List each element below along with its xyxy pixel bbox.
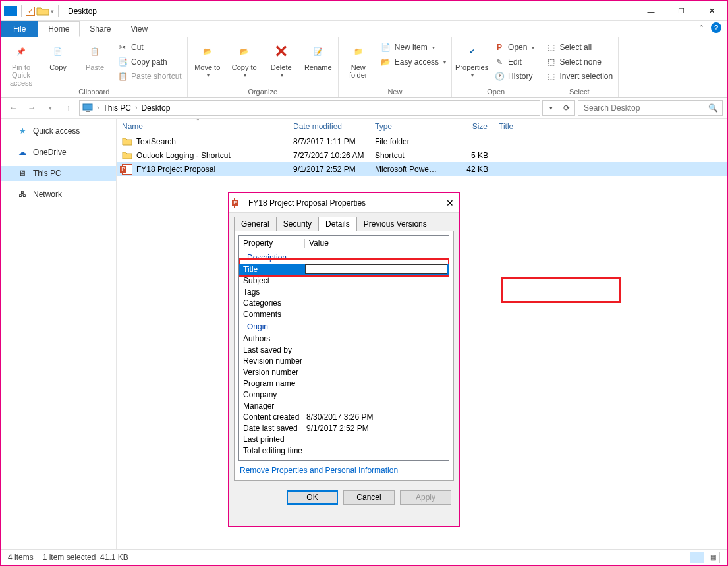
breadcrumb-root[interactable]: This PC xyxy=(103,103,131,113)
explorer-window: ✓ ▾ Desktop ― ☐ ✕ File Home Share View ⌃… xyxy=(0,0,728,566)
dialog-close-button[interactable]: ✕ xyxy=(446,198,454,208)
property-row[interactable]: Manager xyxy=(239,400,449,411)
property-name: Total editing time xyxy=(239,446,305,455)
nav-quickaccess[interactable]: ★Quick access xyxy=(1,124,116,138)
maximize-button[interactable]: ☐ xyxy=(666,1,696,21)
cancel-button[interactable]: Cancel xyxy=(343,490,395,505)
recent-dropdown[interactable]: ▾ xyxy=(42,100,58,116)
file-row[interactable]: TextSearch8/7/2017 1:11 PMFile folder xyxy=(117,134,727,148)
pin-quickaccess-button[interactable]: 📌Pin to Quick access xyxy=(5,38,37,87)
property-row[interactable]: Revision number xyxy=(239,355,449,366)
status-item-count: 4 items xyxy=(8,553,34,562)
paste-button[interactable]: 📋Paste xyxy=(79,38,111,71)
folder-icon xyxy=(122,136,132,147)
property-grid[interactable]: Property Value Description TitleSubjectT… xyxy=(238,235,449,461)
moveto-button[interactable]: 📂Move to xyxy=(192,38,223,78)
history-button[interactable]: 🕐History xyxy=(493,70,536,83)
pg-header-property[interactable]: Property xyxy=(239,239,305,248)
col-title[interactable]: Title xyxy=(493,122,615,131)
search-input[interactable] xyxy=(582,103,704,113)
file-row[interactable]: Outlook Logging - Shortcut7/27/2017 10:2… xyxy=(117,148,727,162)
property-row[interactable]: Date last saved9/1/2017 2:52 PM xyxy=(239,422,449,434)
addr-dropdown-icon[interactable]: ▾ xyxy=(543,101,559,115)
edit-button[interactable]: ✎Edit xyxy=(493,55,536,69)
rename-button[interactable]: 📝Rename xyxy=(302,38,334,71)
easyaccess-button[interactable]: 📂Easy access xyxy=(379,55,447,69)
newfolder-button[interactable]: 📁New folder xyxy=(343,38,374,79)
delete-button[interactable]: ✕Delete xyxy=(266,38,297,78)
cut-button[interactable]: ✂Cut xyxy=(116,41,183,54)
col-name[interactable]: Name xyxy=(117,122,288,131)
property-row[interactable]: Company xyxy=(239,389,449,400)
tab-file[interactable]: File xyxy=(1,21,38,37)
thumb-view-button[interactable]: ▦ xyxy=(706,552,720,563)
col-date[interactable]: Date modified xyxy=(288,122,370,131)
remove-properties-link[interactable]: Remove Properties and Personal Informati… xyxy=(238,461,449,476)
qat-properties-icon[interactable]: ✓ xyxy=(26,7,35,16)
refresh-button[interactable]: ⟳ xyxy=(559,101,574,115)
apply-button[interactable]: Apply xyxy=(400,490,451,505)
dialog-title: FY18 Project Proposal Properties xyxy=(248,198,366,208)
back-button[interactable]: ← xyxy=(5,100,21,116)
newitem-button[interactable]: 📄New item xyxy=(379,41,447,54)
breadcrumb-leaf[interactable]: Desktop xyxy=(141,103,170,113)
property-row[interactable]: Last printed xyxy=(239,434,449,445)
nav-thispc[interactable]: 🖥This PC xyxy=(1,166,116,181)
col-size[interactable]: Size xyxy=(443,122,493,131)
close-button[interactable]: ✕ xyxy=(696,1,727,21)
property-name: Date last saved xyxy=(239,424,305,433)
property-row[interactable]: Categories xyxy=(239,297,449,308)
tab-home[interactable]: Home xyxy=(38,21,80,37)
copyto-button[interactable]: 📂Copy to xyxy=(229,38,260,78)
tab-share[interactable]: Share xyxy=(80,21,121,37)
details-view-button[interactable]: ☰ xyxy=(690,552,704,563)
pg-header-value[interactable]: Value xyxy=(305,239,449,248)
tab-security[interactable]: Security xyxy=(276,217,319,231)
pasteshortcut-button[interactable]: 📋Paste shortcut xyxy=(116,70,183,83)
forward-button[interactable]: → xyxy=(24,100,40,116)
open-button[interactable]: POpen xyxy=(493,41,536,54)
qat-newfolder-icon[interactable] xyxy=(36,6,49,16)
up-button[interactable]: ↑ xyxy=(61,100,76,116)
property-row[interactable]: Last saved by xyxy=(239,344,449,355)
property-row[interactable]: Comments xyxy=(239,308,449,320)
property-row[interactable]: Content created8/30/2017 3:26 PM xyxy=(239,411,449,422)
collapse-ribbon-icon[interactable]: ⌃ xyxy=(698,24,704,32)
file-name: FY18 Project Proposal xyxy=(136,165,215,174)
nav-onedrive[interactable]: ☁OneDrive xyxy=(1,145,116,159)
properties-icon: ✔ xyxy=(461,41,482,62)
nav-network[interactable]: 🖧Network xyxy=(1,187,116,202)
network-icon: 🖧 xyxy=(17,189,28,200)
tab-details[interactable]: Details xyxy=(318,217,357,231)
file-name: TextSearch xyxy=(136,137,176,146)
copy-button[interactable]: 📄Copy xyxy=(42,38,74,71)
file-row[interactable]: FY18 Project Proposal9/1/2017 2:52 PMMic… xyxy=(117,162,727,176)
selectnone-button[interactable]: ⬚Select none xyxy=(544,55,614,69)
invert-button[interactable]: ⬚Invert selection xyxy=(544,70,614,83)
property-row[interactable]: Title xyxy=(239,264,449,275)
ok-button[interactable]: OK xyxy=(287,490,338,505)
property-row[interactable]: Authors xyxy=(239,333,449,344)
properties-button[interactable]: ✔Properties xyxy=(456,38,488,78)
tab-general[interactable]: General xyxy=(234,217,277,231)
property-row[interactable]: Subject xyxy=(239,275,449,286)
col-type[interactable]: Type xyxy=(370,122,443,131)
property-value[interactable]: 9/1/2017 2:52 PM xyxy=(305,424,449,433)
search-box[interactable]: 🔍 xyxy=(578,100,723,116)
property-value[interactable] xyxy=(305,264,447,274)
selectall-button[interactable]: ⬚Select all xyxy=(544,41,614,54)
tab-previous[interactable]: Previous Versions xyxy=(356,217,434,231)
star-icon: ★ xyxy=(17,126,28,136)
minimize-button[interactable]: ― xyxy=(636,1,666,21)
property-row[interactable]: Tags xyxy=(239,286,449,297)
qat-dropdown-icon[interactable]: ▾ xyxy=(51,8,54,14)
help-icon[interactable]: ? xyxy=(711,22,721,33)
property-row[interactable]: Total editing time xyxy=(239,445,449,456)
address-bar[interactable]: › This PC › Desktop xyxy=(79,100,540,116)
property-row[interactable]: Version number xyxy=(239,366,449,378)
property-row[interactable]: Program name xyxy=(239,378,449,389)
copypath-button[interactable]: 📑Copy path xyxy=(116,55,183,69)
rename-icon: 📝 xyxy=(308,41,329,62)
tab-view[interactable]: View xyxy=(121,21,157,37)
property-value[interactable]: 8/30/2017 3:26 PM xyxy=(305,412,449,422)
